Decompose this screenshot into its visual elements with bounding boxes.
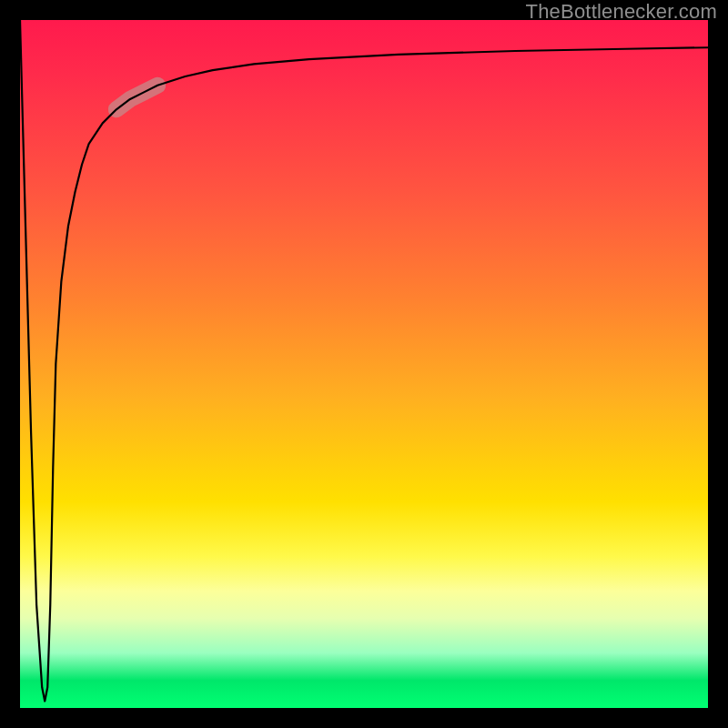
chart-container: TheBottlenecker.com	[0, 0, 728, 728]
curve-svg	[20, 20, 708, 708]
watermark-text: TheBottlenecker.com	[526, 0, 717, 22]
plot-area	[20, 20, 708, 708]
bottleneck-curve	[20, 20, 708, 701]
